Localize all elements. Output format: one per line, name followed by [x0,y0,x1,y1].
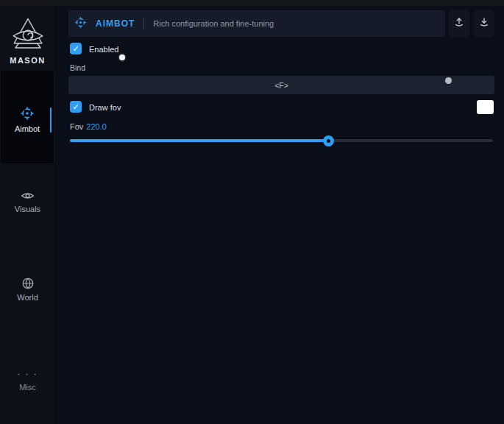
sidebar-item-label: Aimbot [1,124,54,133]
sidebar-item-label: Visuals [0,205,55,213]
fov-label: Fov [70,122,83,131]
app-logo: MASON [0,16,55,65]
eye-icon [0,190,55,202]
fov-slider[interactable] [70,135,493,146]
checkmark-icon: ✓ [72,45,79,53]
sidebar-item-misc[interactable]: · · · Misc [0,367,55,392]
draw-fov-label: Draw fov [89,103,121,112]
checkmark-icon: ✓ [72,103,79,111]
fov-value-row: Fov220.0 [70,122,107,131]
export-config-button[interactable] [449,10,469,37]
page-subtitle: Rich configuration and fine-tuning [153,19,274,28]
globe-icon [0,277,55,290]
logo-label: MASON [0,56,55,65]
bind-key-value: <F> [274,81,288,90]
sidebar-item-aimbot[interactable]: Aimbot [1,71,54,163]
bind-label: Bind [70,63,85,72]
download-icon [478,16,490,31]
ellipsis-icon: · · · [17,369,38,379]
mason-app-window: MASON Ai [0,0,504,424]
draw-fov-color-swatch[interactable] [477,100,494,114]
sidebar-item-visuals[interactable]: Visuals [0,190,55,213]
slider-thumb[interactable] [323,135,334,146]
mason-eye-logo-icon [0,16,55,54]
sidebar-item-label: Misc [0,383,55,392]
cursor-dot [445,77,452,84]
sidebar-item-label: World [0,293,55,302]
crosshair-icon [1,106,54,121]
page-title: AIMBOT [96,18,135,29]
crosshair-icon [74,16,87,32]
enabled-label: Enabled [89,45,118,54]
page-header: AIMBOT Rich configuration and fine-tunin… [68,10,445,37]
enabled-checkbox[interactable]: ✓ [70,43,82,54]
sidebar: MASON Ai [0,6,55,424]
draw-fov-checkbox[interactable]: ✓ [70,101,82,113]
cursor-dot [119,54,125,60]
import-config-button[interactable] [474,10,494,37]
sidebar-item-world[interactable]: World [0,277,55,302]
upload-icon [453,16,465,31]
header-divider [143,18,144,29]
titlebar-strip [0,0,504,6]
slider-fill [70,139,328,142]
fov-value: 220.0 [86,122,107,131]
bind-key-input[interactable]: <F> [68,76,494,94]
